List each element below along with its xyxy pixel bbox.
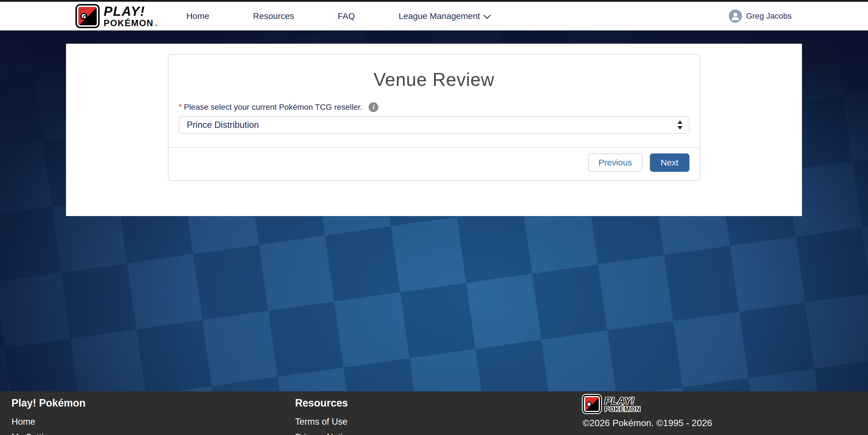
page-title: Venue Review — [168, 69, 700, 90]
copyright-text: ©2026 Pokémon. ©1995 - 2026 — [583, 418, 712, 428]
footer-link-privacy-notice[interactable]: Privacy Notice — [295, 432, 352, 435]
button-row: Previous Next — [168, 148, 700, 180]
pokeball-badge-icon — [75, 4, 100, 28]
footer-brand-text: PLAY! POKÉMON — [604, 396, 641, 413]
chevron-down-icon — [484, 14, 491, 19]
reseller-select-value: Prince Distribution — [187, 120, 259, 130]
nav-item-home[interactable]: Home — [186, 11, 209, 21]
footer-pokeball-badge-icon — [583, 395, 601, 413]
reseller-label: Please select your current Pokémon TCG r… — [184, 103, 362, 112]
footer-brand-logo: PLAY! POKÉMON — [583, 395, 712, 413]
brand-logo[interactable]: PLAY! POKÉMON ™ — [75, 4, 158, 28]
previous-button[interactable]: Previous — [588, 153, 642, 172]
reseller-field: * Please select your current Pokémon TCG… — [179, 102, 689, 134]
footer: Play! Pokémon Home My Settings Resources… — [0, 391, 868, 435]
footer-brand-column: PLAY! POKÉMON ©2026 Pokémon. ©1995 - 202… — [583, 395, 712, 428]
nav-item-league-management[interactable]: League Management — [399, 11, 491, 21]
page: PLAY! POKÉMON ™ Home Resources FAQ Leagu… — [0, 0, 868, 435]
next-button[interactable]: Next — [650, 153, 689, 172]
user-name: Greg Jacobs — [746, 11, 792, 21]
footer-heading-resources: Resources — [295, 397, 352, 409]
footer-column-play-pokemon: Play! Pokémon Home My Settings — [11, 397, 86, 435]
background-area: Venue Review * Please select your curren… — [0, 30, 868, 391]
brand-play-text: PLAY! — [104, 5, 158, 18]
arrow-up-icon — [677, 120, 683, 124]
pokeball-icon — [81, 13, 87, 20]
venue-review-card: Venue Review * Please select your curren… — [168, 54, 701, 181]
nav-item-resources[interactable]: Resources — [253, 11, 294, 21]
info-icon[interactable]: i — [369, 102, 378, 112]
user-avatar-icon — [729, 9, 742, 23]
brand-pokemon-text: POKÉMON — [104, 19, 154, 28]
required-asterisk: * — [179, 102, 182, 112]
reseller-select[interactable]: Prince Distribution — [179, 116, 689, 134]
content-panel: Venue Review * Please select your curren… — [66, 44, 802, 216]
footer-link-my-settings[interactable]: My Settings — [11, 432, 86, 435]
footer-pokeball-icon — [586, 402, 592, 407]
brand-text: PLAY! POKÉMON ™ — [104, 5, 158, 28]
select-stepper-icon — [677, 120, 683, 129]
footer-link-terms-of-use[interactable]: Terms of Use — [295, 416, 352, 427]
person-icon — [729, 9, 742, 23]
footer-link-home[interactable]: Home — [11, 416, 86, 427]
navbar: PLAY! POKÉMON ™ Home Resources FAQ Leagu… — [0, 2, 868, 30]
arrow-down-icon — [677, 126, 683, 129]
trademark-symbol: ™ — [154, 24, 158, 28]
nav-item-faq[interactable]: FAQ — [338, 11, 355, 21]
footer-heading-play-pokemon: Play! Pokémon — [11, 397, 86, 409]
footer-column-resources: Resources Terms of Use Privacy Notice — [295, 397, 352, 435]
main-nav: Home Resources FAQ League Management — [186, 11, 491, 21]
user-menu[interactable]: Greg Jacobs — [729, 9, 792, 23]
reseller-label-row: * Please select your current Pokémon TCG… — [179, 102, 689, 112]
